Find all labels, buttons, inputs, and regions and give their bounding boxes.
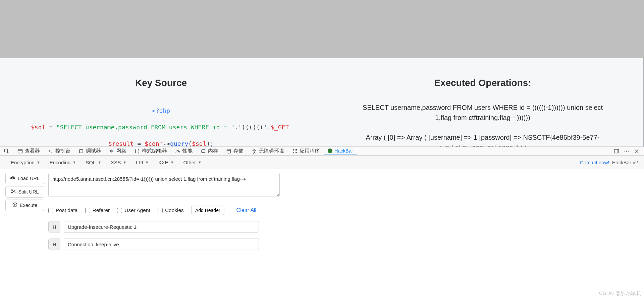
tab-debugger-label: 调试器 — [86, 148, 101, 154]
more-icon[interactable] — [624, 148, 629, 154]
header-field-2[interactable] — [64, 239, 259, 250]
menu-encoding[interactable]: Encoding▼ — [45, 156, 81, 169]
url-input[interactable] — [48, 173, 280, 197]
caret-down-icon: ▼ — [123, 160, 126, 164]
hackbar-brand: HackBar v2 — [612, 160, 638, 165]
header-row: H — [48, 239, 259, 250]
menu-other[interactable]: Other▼ — [179, 156, 206, 169]
play-icon — [12, 202, 17, 208]
tab-debugger[interactable]: 调试器 — [74, 147, 105, 155]
svg-rect-18 — [296, 149, 297, 151]
caret-down-icon: ▼ — [37, 160, 40, 164]
php-open-tag: <?php — [152, 107, 170, 114]
menu-sql[interactable]: SQL▼ — [81, 156, 106, 169]
user-agent-checkbox[interactable]: User Agent — [117, 207, 150, 213]
header-type-chip[interactable]: H — [48, 239, 60, 250]
accessibility-icon — [252, 148, 257, 154]
tab-inspector[interactable]: 查看器 — [13, 147, 44, 155]
post-data-checkbox[interactable]: Post data — [48, 207, 78, 213]
svg-line-7 — [178, 151, 179, 153]
load-url-label: Load URL — [18, 176, 40, 181]
caret-down-icon: ▼ — [98, 160, 101, 164]
svg-point-24 — [626, 151, 627, 152]
svg-rect-1 — [18, 149, 22, 153]
menu-xss[interactable]: XSS▼ — [106, 156, 131, 169]
devtools-inspect-toggle[interactable] — [0, 147, 13, 155]
header-field-1[interactable] — [64, 221, 259, 232]
tab-performance-label: 性能 — [182, 148, 193, 154]
tab-console[interactable]: 控制台 — [44, 147, 74, 155]
caret-down-icon: ▼ — [170, 160, 174, 164]
svg-point-16 — [254, 149, 255, 150]
request-options-row: Post data Referer User Agent Cookies Add… — [48, 206, 639, 215]
header-row: H — [48, 221, 259, 232]
hackbar-action-buttons: Load URL Split URL Execute — [5, 173, 44, 250]
hackbar-icon — [328, 148, 332, 153]
grid-icon — [292, 148, 298, 154]
tab-storage-label: 存储 — [233, 148, 244, 154]
key-source-title: Key Source — [135, 78, 187, 88]
tab-application[interactable]: 应用程序 — [288, 147, 324, 155]
svg-point-15 — [227, 149, 231, 151]
devtools-tabbar: 查看器 控制台 调试器 网络 样式编辑器 性能 内存 存储 无障碍环境 应用程序… — [0, 146, 644, 156]
executed-sql: SELECT username,password FROM users WHER… — [359, 102, 607, 123]
tab-performance[interactable]: 性能 — [171, 147, 197, 155]
load-url-button[interactable]: Load URL — [5, 173, 44, 184]
svg-rect-19 — [293, 152, 294, 153]
split-url-label: Split URL — [18, 189, 39, 195]
menu-xxe[interactable]: XXE▼ — [154, 156, 179, 169]
tab-memory-label: 内存 — [208, 148, 218, 154]
scissors-icon — [11, 189, 16, 195]
caret-down-icon: ▼ — [72, 160, 76, 164]
cookies-checkbox[interactable]: Cookies — [158, 207, 184, 213]
svg-rect-8 — [202, 150, 205, 153]
svg-rect-4 — [79, 150, 83, 153]
result-line: $result = $conn->query($sql); — [108, 140, 214, 147]
hackbar-main-column: Post data Referer User Agent Cookies Add… — [48, 173, 639, 250]
tab-accessibility-label: 无障碍环境 — [259, 148, 284, 154]
tab-application-label: 应用程序 — [300, 148, 320, 154]
tab-accessibility[interactable]: 无障碍环境 — [248, 147, 288, 155]
svg-rect-17 — [293, 149, 294, 151]
sql-assign-line: $sql = "SELECT username,password FROM us… — [0, 124, 289, 131]
execute-button[interactable]: Execute — [5, 200, 44, 211]
clear-all-link[interactable]: Clear All — [236, 207, 257, 213]
tab-hackbar[interactable]: HackBar — [324, 147, 357, 155]
referer-checkbox[interactable]: Referer — [85, 207, 110, 213]
hackbar-toolbar: Encryption▼ Encoding▼ SQL▼ XSS▼ LFI▼ XXE… — [0, 156, 644, 169]
svg-rect-21 — [614, 149, 619, 153]
menu-lfi[interactable]: LFI▼ — [131, 156, 154, 169]
executed-operations-title: Executed Operations: — [434, 78, 531, 88]
svg-point-23 — [625, 151, 626, 152]
tab-style-editor[interactable]: 样式编辑器 — [130, 147, 171, 155]
add-header-button[interactable]: Add Header — [191, 206, 224, 215]
hackbar-body: Load URL Split URL Execute Post data Ref… — [0, 169, 644, 253]
header-type-chip[interactable]: H — [48, 221, 60, 232]
tab-hackbar-label: HackBar — [334, 148, 353, 154]
svg-marker-31 — [14, 204, 16, 206]
memory-icon — [201, 148, 206, 154]
element-picker-icon — [4, 148, 9, 154]
tab-memory[interactable]: 内存 — [197, 147, 222, 155]
commit-now-link[interactable]: Commit now! — [580, 160, 609, 165]
svg-rect-20 — [296, 152, 297, 153]
page-content: Key Source <?php $sql = "SELECT username… — [0, 58, 644, 146]
tab-network-label: 网络 — [116, 148, 126, 154]
blank-top-band — [0, 0, 644, 58]
split-url-button[interactable]: Split URL — [5, 186, 44, 198]
debugger-icon — [78, 148, 84, 154]
menu-encryption[interactable]: Encryption▼ — [6, 156, 45, 169]
braces-icon — [135, 148, 140, 154]
tab-style-editor-label: 样式编辑器 — [142, 148, 167, 154]
dock-icon[interactable] — [614, 148, 619, 154]
caret-down-icon: ▼ — [145, 160, 149, 164]
gauge-icon — [175, 148, 180, 154]
watermark: CSDN @妙尽璇机 — [599, 290, 641, 297]
tab-inspector-label: 查看器 — [25, 148, 40, 154]
tab-network[interactable]: 网络 — [105, 147, 130, 155]
storage-icon — [226, 148, 231, 154]
svg-point-25 — [628, 151, 629, 152]
close-devtools-icon[interactable] — [634, 148, 639, 154]
tab-storage[interactable]: 存储 — [222, 147, 248, 155]
tab-console-label: 控制台 — [55, 148, 70, 154]
